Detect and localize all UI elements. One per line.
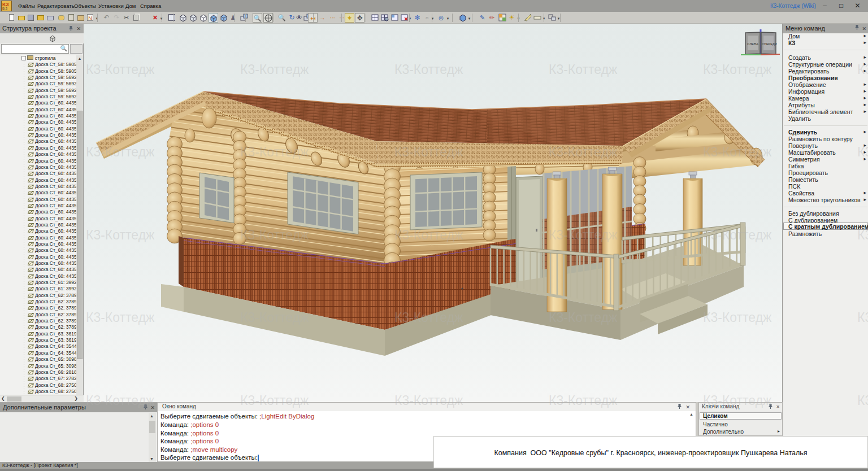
svg-text:СЛЕВА: СЛЕВА [747,42,758,46]
svg-text:СПЕРЕДИ: СПЕРЕДИ [762,42,777,46]
